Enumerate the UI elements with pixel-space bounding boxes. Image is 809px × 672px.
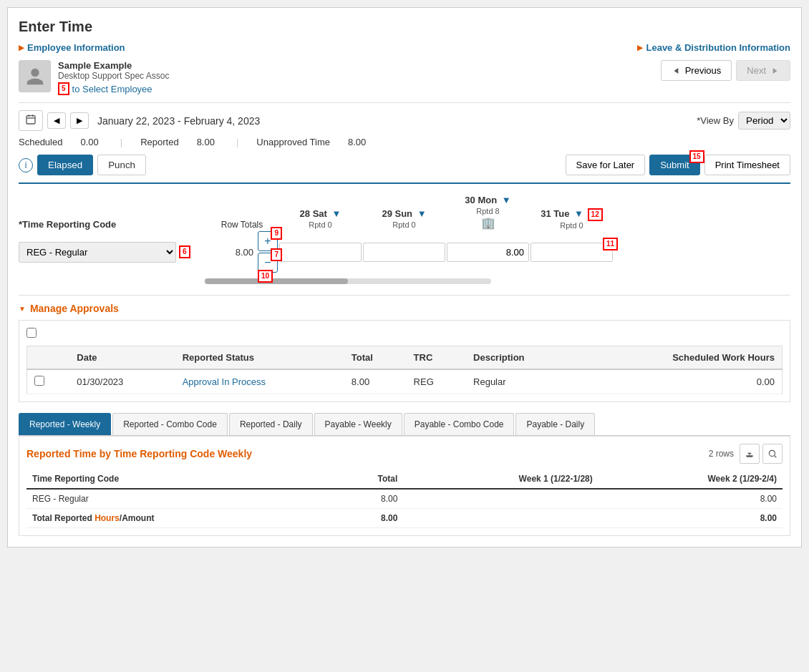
employee-info-link[interactable]: Employee Information xyxy=(19,42,125,53)
date-nav: ◀ ▶ January 22, 2023 - February 4, 2023 … xyxy=(19,110,790,131)
next-button: Next xyxy=(736,60,790,81)
manage-approvals-section: Manage Approvals Date Reported Status To… xyxy=(19,303,790,402)
approvals-table: Date Reported Status Total TRC Descripti… xyxy=(26,346,783,394)
table-row: 01/30/2023 Approval In Process 8.00 REG … xyxy=(27,369,783,394)
prev-period-button[interactable]: ◀ xyxy=(47,112,66,129)
row-checkbox[interactable] xyxy=(34,376,44,386)
save-for-later-button[interactable]: Save for Later xyxy=(566,155,646,175)
badge-12: 12 xyxy=(588,208,603,221)
col-description: Description xyxy=(466,346,580,370)
export-icon-button[interactable] xyxy=(740,444,760,464)
badge-11: 11 xyxy=(603,238,618,250)
search-icon-button[interactable] xyxy=(762,444,783,464)
col-week1-header: Week 1 (1/22-1/28) xyxy=(403,469,598,489)
reported-trc: REG - Regular xyxy=(26,489,331,509)
row-total-cell: 8.00 + 9 − 7 10 xyxy=(206,231,278,273)
day-30-input[interactable] xyxy=(447,243,529,262)
reported-footer-total: 8.00 xyxy=(331,509,403,528)
day-28-input[interactable] xyxy=(279,243,362,262)
nav-buttons: Previous Next xyxy=(661,60,790,81)
page-title: Enter Time xyxy=(19,19,790,35)
tab-reported-weekly[interactable]: Reported - Weekly xyxy=(19,413,111,435)
approval-status-link[interactable]: Approval In Process xyxy=(183,376,266,387)
svg-point-4 xyxy=(769,450,775,456)
select-all-checkbox[interactable] xyxy=(26,328,37,338)
previous-button[interactable]: Previous xyxy=(661,60,732,81)
day-28-header: 28 Sat ▼ Rptd 0 xyxy=(279,208,362,230)
reported-label: Reported xyxy=(140,137,178,147)
select-employee-link[interactable]: to Select Employee xyxy=(72,84,152,94)
col-total-header: Total xyxy=(331,469,403,489)
select-employee-row: 5 to Select Employee xyxy=(58,82,169,95)
manage-approvals-toggle[interactable]: Manage Approvals xyxy=(19,303,790,314)
day-31-input[interactable] xyxy=(531,243,613,262)
horizontal-scrollbar[interactable] xyxy=(205,278,790,284)
day-31-input-cell: 11 xyxy=(531,243,613,262)
day-29-input-cell xyxy=(363,243,445,262)
submit-container: Submit 15 xyxy=(649,155,699,175)
col-total: Total xyxy=(344,346,407,370)
unapproved-value: 8.00 xyxy=(348,137,366,147)
col-trc: TRC xyxy=(407,346,466,370)
day-29-input[interactable] xyxy=(363,243,445,262)
leave-distribution-link[interactable]: Leave & Distribution Information xyxy=(637,42,790,53)
day-31-header: 31 Tue ▼ 12 Rptd 0 xyxy=(531,208,613,230)
reported-footer-week1 xyxy=(403,509,598,528)
badge-10: 10 xyxy=(258,270,273,283)
reported-footer-week2: 8.00 xyxy=(599,509,783,528)
row-total: 8.00 xyxy=(344,369,407,394)
col-reported-status: Reported Status xyxy=(175,346,344,370)
reported-footer-label: Total Reported Hours/Amount xyxy=(26,509,331,528)
row-totals-header: Row Totals xyxy=(206,219,278,230)
trc-select-cell: REG - Regular 6 xyxy=(19,242,205,263)
time-summary: Scheduled 0.00 | Reported 8.00 | Unappro… xyxy=(19,137,790,147)
tab-payable-daily[interactable]: Payable - Daily xyxy=(515,413,595,435)
info-icon[interactable]: i xyxy=(19,158,33,172)
row-scheduled-hours: 0.00 xyxy=(580,369,783,394)
reported-data-row: REG - Regular 8.00 8.00 xyxy=(26,489,783,509)
col-scheduled: Scheduled Work Hours xyxy=(580,346,783,370)
action-left: i Elapsed Punch xyxy=(19,155,146,175)
badge-6: 6 xyxy=(179,245,190,258)
trc-select[interactable]: REG - Regular xyxy=(19,242,176,263)
employee-job-title: Desktop Support Spec Assoc xyxy=(58,71,169,81)
approvals-table-header: Date Reported Status Total TRC Descripti… xyxy=(27,346,783,370)
tab-payable-weekly[interactable]: Payable - Weekly xyxy=(314,413,402,435)
tab-reported-combo-code[interactable]: Reported - Combo Code xyxy=(112,413,228,435)
trc-col-header: *Time Reporting Code xyxy=(19,219,205,230)
col-checkbox xyxy=(27,346,70,370)
row-date: 01/30/2023 xyxy=(69,369,175,394)
badge-5: 5 xyxy=(58,82,69,95)
day-30-header: 30 Mon ▼ Rptd 8 🏢 xyxy=(447,195,529,230)
row-status: Approval In Process xyxy=(175,369,344,394)
action-right: Save for Later Submit 15 Print Timesheet xyxy=(566,155,790,175)
row-checkbox-cell[interactable] xyxy=(27,369,70,394)
badge-7: 7 xyxy=(271,248,282,261)
row-description: Regular xyxy=(466,369,580,394)
reported-row-count: 2 rows xyxy=(709,449,734,459)
tab-payable-combo-code[interactable]: Payable - Combo Code xyxy=(404,413,515,435)
badge-9: 9 xyxy=(271,227,282,240)
view-by-select[interactable]: Period Week Day xyxy=(738,112,790,130)
reported-week2: 8.00 xyxy=(599,489,783,509)
section-header-row: Employee Information Leave & Distributio… xyxy=(19,42,790,53)
reported-header: Reported Time by Time Reporting Code Wee… xyxy=(26,444,783,464)
calendar-button[interactable] xyxy=(19,110,43,131)
unapproved-label: Unapproved Time xyxy=(256,137,330,147)
print-timesheet-button[interactable]: Print Timesheet xyxy=(704,155,790,175)
view-by-label: *View By xyxy=(697,115,734,126)
elapsed-button[interactable]: Elapsed xyxy=(37,155,93,175)
day-30-input-cell xyxy=(447,243,529,262)
employee-row: Sample Example Desktop Support Spec Asso… xyxy=(19,60,790,103)
reported-footer-row: Total Reported Hours/Amount 8.00 8.00 xyxy=(26,509,783,528)
bottom-tabs: Reported - Weekly Reported - Combo Code … xyxy=(19,413,790,436)
tab-reported-daily[interactable]: Reported - Daily xyxy=(229,413,313,435)
scheduled-value: 0.00 xyxy=(80,137,98,147)
col-date: Date xyxy=(69,346,175,370)
view-by-control: *View By Period Week Day xyxy=(697,112,790,130)
next-period-button[interactable]: ▶ xyxy=(70,112,89,129)
reported-table: Time Reporting Code Total Week 1 (1/22-1… xyxy=(26,469,783,528)
reported-actions xyxy=(740,444,783,464)
building-icon: 🏢 xyxy=(481,217,495,229)
punch-button[interactable]: Punch xyxy=(97,155,146,175)
